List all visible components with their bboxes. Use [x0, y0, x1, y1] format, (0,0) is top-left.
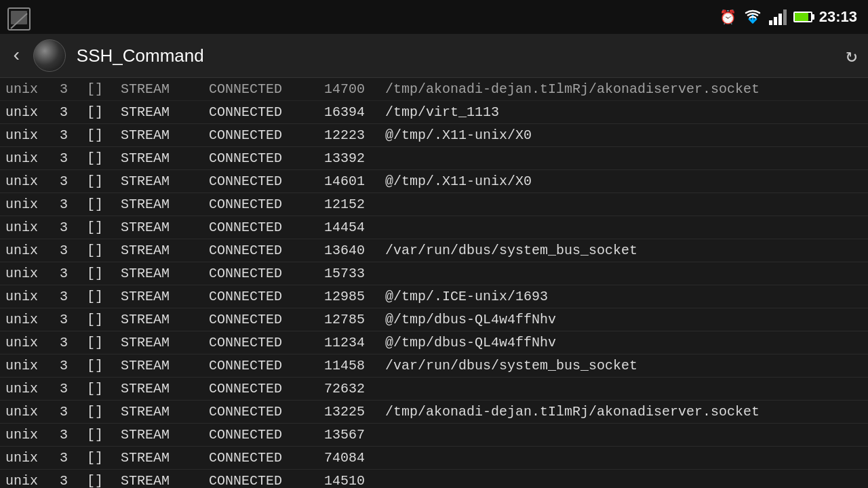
- col-state: CONNECTED: [209, 104, 324, 120]
- col-flags: []: [87, 197, 121, 212]
- svg-rect-1: [11, 11, 27, 24]
- col-refcnt: 3: [60, 243, 87, 258]
- col-path: /var/run/dbus/system_bus_socket: [385, 243, 863, 258]
- table-row: unix 3 [] STREAM CONNECTED 12785 @/tmp/d…: [0, 308, 868, 331]
- col-inode: 11234: [324, 335, 385, 350]
- col-refcnt: 3: [60, 81, 87, 97]
- col-refcnt: 3: [60, 127, 87, 143]
- col-flags: []: [87, 427, 121, 443]
- col-state: CONNECTED: [209, 220, 324, 235]
- col-inode: 12152: [324, 197, 385, 212]
- col-type: STREAM: [121, 404, 209, 420]
- col-proto: unix: [5, 289, 60, 304]
- svg-rect-5: [778, 14, 782, 25]
- col-refcnt: 3: [60, 335, 87, 350]
- col-flags: []: [87, 473, 121, 488]
- table-row: unix 3 [] STREAM CONNECTED 11458 /var/ru…: [0, 354, 868, 378]
- status-bar: ⏰ 23:13: [0, 0, 868, 34]
- col-inode: 12223: [324, 127, 385, 143]
- col-flags: []: [87, 312, 121, 327]
- col-inode: 14601: [324, 174, 385, 189]
- app-toolbar: ‹ SSH_Command ↻: [0, 34, 868, 78]
- col-type: STREAM: [121, 358, 209, 373]
- col-proto: unix: [5, 174, 60, 189]
- alarm-icon: ⏰: [719, 9, 736, 26]
- col-flags: []: [87, 127, 121, 143]
- col-path: @/tmp/dbus-QL4w4ffNhv: [385, 335, 863, 350]
- battery-icon: [793, 12, 812, 22]
- col-proto: unix: [5, 127, 60, 143]
- col-state: CONNECTED: [209, 127, 324, 143]
- col-path: @/tmp/.X11-unix/X0: [385, 174, 863, 189]
- col-inode: 14454: [324, 220, 385, 235]
- col-proto: unix: [5, 312, 60, 327]
- col-type: STREAM: [121, 150, 209, 166]
- refresh-button[interactable]: ↻: [846, 44, 857, 67]
- col-inode: 13392: [324, 150, 385, 166]
- col-state: CONNECTED: [209, 312, 324, 327]
- table-row: unix 3 [] STREAM CONNECTED 13640 /var/ru…: [0, 239, 868, 262]
- col-path: /tmp/virt_1113: [385, 104, 863, 120]
- table-row: unix 3 [] STREAM CONNECTED 13225 /tmp/ak…: [0, 401, 868, 424]
- table-row: unix 3 [] STREAM CONNECTED 13567: [0, 424, 868, 447]
- col-path: @/tmp/.ICE-unix/1693: [385, 289, 863, 304]
- col-proto: unix: [5, 104, 60, 120]
- col-flags: []: [87, 381, 121, 396]
- col-flags: []: [87, 81, 121, 97]
- svg-rect-4: [774, 17, 777, 25]
- table-row: unix 3 [] STREAM CONNECTED 16394 /tmp/vi…: [0, 101, 868, 124]
- table-row: unix 3 [] STREAM CONNECTED 14454: [0, 216, 868, 239]
- table-row: unix 3 [] STREAM CONNECTED 72632: [0, 378, 868, 401]
- col-flags: []: [87, 450, 121, 466]
- col-type: STREAM: [121, 335, 209, 350]
- col-refcnt: 3: [60, 312, 87, 327]
- col-proto: unix: [5, 266, 60, 281]
- col-proto: unix: [5, 473, 60, 488]
- table-row: unix 3 [] STREAM CONNECTED 12223 @/tmp/.…: [0, 124, 868, 147]
- col-state: CONNECTED: [209, 450, 324, 466]
- col-proto: unix: [5, 150, 60, 166]
- col-refcnt: 3: [60, 289, 87, 304]
- content-area: unix 3 [] STREAM CONNECTED 14700 /tmp/ak…: [0, 78, 868, 488]
- col-refcnt: 3: [60, 220, 87, 235]
- col-state: CONNECTED: [209, 427, 324, 443]
- svg-rect-6: [783, 9, 787, 25]
- col-state: CONNECTED: [209, 404, 324, 420]
- table-row: unix 3 [] STREAM CONNECTED 14510: [0, 470, 868, 488]
- col-inode: 13225: [324, 404, 385, 420]
- col-path: /tmp/akonadi-dejan.tIlmRj/akonadiserver.…: [385, 404, 863, 420]
- table-row: unix 3 [] STREAM CONNECTED 14700 /tmp/ak…: [0, 78, 868, 101]
- col-inode: 11458: [324, 358, 385, 373]
- col-state: CONNECTED: [209, 358, 324, 373]
- col-refcnt: 3: [60, 404, 87, 420]
- status-icons: ⏰ 23:13: [719, 7, 857, 26]
- col-inode: 15733: [324, 266, 385, 281]
- col-flags: []: [87, 174, 121, 189]
- col-refcnt: 3: [60, 174, 87, 189]
- col-state: CONNECTED: [209, 381, 324, 396]
- col-state: CONNECTED: [209, 174, 324, 189]
- col-inode: 72632: [324, 381, 385, 396]
- col-proto: unix: [5, 81, 60, 97]
- col-type: STREAM: [121, 104, 209, 120]
- col-type: STREAM: [121, 427, 209, 443]
- col-proto: unix: [5, 381, 60, 396]
- col-type: STREAM: [121, 127, 209, 143]
- table-row: unix 3 [] STREAM CONNECTED 74084: [0, 447, 868, 470]
- col-type: STREAM: [121, 450, 209, 466]
- table-row: unix 3 [] STREAM CONNECTED 15733: [0, 262, 868, 285]
- col-path: @/tmp/.X11-unix/X0: [385, 127, 863, 143]
- table-row: unix 3 [] STREAM CONNECTED 12152: [0, 193, 868, 216]
- signal-icon: [769, 8, 787, 26]
- col-flags: []: [87, 150, 121, 166]
- col-refcnt: 3: [60, 381, 87, 396]
- col-proto: unix: [5, 335, 60, 350]
- back-button[interactable]: ‹: [11, 45, 22, 66]
- table-row: unix 3 [] STREAM CONNECTED 11234 @/tmp/d…: [0, 331, 868, 354]
- col-type: STREAM: [121, 473, 209, 488]
- col-flags: []: [87, 266, 121, 281]
- col-inode: 16394: [324, 104, 385, 120]
- col-state: CONNECTED: [209, 266, 324, 281]
- col-inode: 14510: [324, 473, 385, 488]
- col-refcnt: 3: [60, 450, 87, 466]
